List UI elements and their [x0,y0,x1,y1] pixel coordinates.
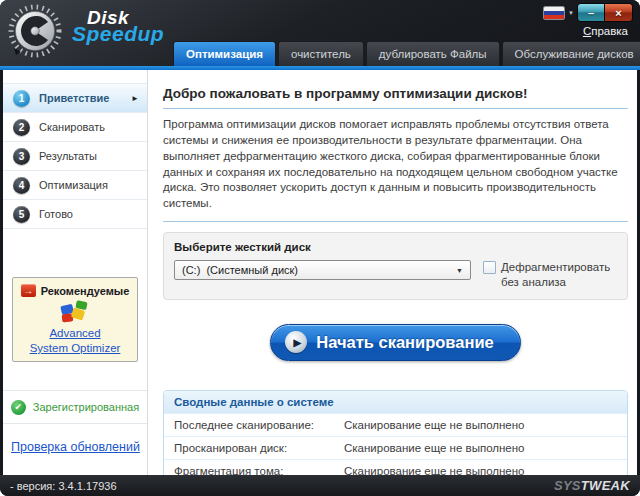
close-button[interactable]: × [605,4,632,21]
sidebar-step-welcome[interactable]: 1 Приветствие ► [3,84,147,113]
tab-optimization[interactable]: Оптимизация [173,41,276,66]
minimize-button[interactable]: – [578,4,605,21]
dropdown-arrow-icon: ▼ [456,267,463,274]
step-number-badge: 4 [13,177,30,194]
sidebar-step-results[interactable]: 3 Результаты [3,142,147,171]
defrag-checkbox[interactable] [483,261,496,274]
systweak-logo: SYSTWEAK [554,478,630,493]
summary-row: Просканирован диск: Сканирование еще не … [164,436,627,459]
start-scan-button[interactable]: ▶ Начать сканирование [270,324,521,361]
app-logo: Disk Speedup [72,7,164,46]
tab-duplicate-files[interactable]: дублировать Файлы [366,41,500,66]
disk-speedup-logo-icon [7,3,65,59]
tab-bar: Оптимизация очиститель дублировать Файлы… [173,41,640,66]
advanced-system-optimizer-icon [58,298,92,326]
summary-title: Сводные данные о системе [164,391,627,413]
recommended-title: Рекомендуемые [41,285,130,297]
language-selector[interactable]: ▼ [543,6,574,20]
step-number-badge: 3 [13,148,30,165]
logo-title-speedup: Speedup [72,22,164,46]
page-title: Добро пожаловать в программу оптимизации… [163,86,628,101]
window-controls: – × [577,3,633,22]
sidebar-step-optimization[interactable]: 4 Оптимизация [3,171,147,200]
tab-cleaner[interactable]: очиститель [278,41,364,66]
sidebar: 1 Приветствие ► 2 Сканировать 3 Результа… [3,70,148,475]
recommended-arrow-icon: → [21,284,36,297]
defrag-without-analysis-option: Дефрагментировать без анализа [483,260,617,290]
disk-select-dropdown[interactable]: (C:) (Системный диск) ▼ [174,260,471,280]
intro-text: Программа оптимизации дисков помогает ис… [163,117,628,212]
titlebar: Disk Speedup ▼ – × Справка Оптимизация о… [0,0,640,66]
divider [163,221,628,222]
defrag-checkbox-label: Дефрагментировать без анализа [501,260,617,290]
minimize-icon: – [588,7,594,19]
recommended-promo-box: → Рекомендуемые AdvancedSystem Optimizer [12,277,138,362]
system-summary-panel: Сводные данные о системе Последнее скани… [163,390,628,475]
app-window: Disk Speedup ▼ – × Справка Оптимизация о… [0,0,640,496]
check-updates-link[interactable]: Проверка обновлений [11,440,140,454]
status-bar: - версия: 3.4.1.17936 SYSTWEAK [0,475,640,496]
license-status: ✔ Зарегистрированная [3,390,147,424]
summary-row: Фрагментация тома: Сканирование еще не в… [164,459,627,475]
help-link[interactable]: Справка [583,25,628,37]
step-number-badge: 2 [13,119,30,136]
step-number-badge: 5 [13,206,30,223]
language-flag-icon [543,6,565,20]
step-arrow-icon: ► [131,94,139,103]
flag-caret-icon: ▼ [568,10,574,16]
disk-select-group: Выберите жесткий диск (C:) (Системный ди… [163,232,628,300]
divider [163,108,628,109]
summary-row: Последнее сканирование: Сканирование еще… [164,413,627,436]
play-icon: ▶ [285,331,307,353]
registered-label: Зарегистрированная [33,401,139,413]
advanced-system-optimizer-link[interactable]: AdvancedSystem Optimizer [13,326,137,356]
main-content: Добро пожаловать в программу оптимизации… [148,70,637,475]
registered-check-icon: ✔ [11,400,26,415]
close-icon: × [615,7,621,19]
version-label: - версия: 3.4.1.17936 [10,480,117,492]
step-number-badge: 1 [13,90,30,107]
tab-disk-maintenance[interactable]: Обслуживание дисков [502,41,640,66]
sidebar-step-scan[interactable]: 2 Сканировать [3,113,147,142]
wizard-steps: 1 Приветствие ► 2 Сканировать 3 Результа… [3,83,147,229]
disk-select-label: Выберите жесткий диск [174,241,617,253]
sidebar-step-done[interactable]: 5 Готово [3,200,147,229]
